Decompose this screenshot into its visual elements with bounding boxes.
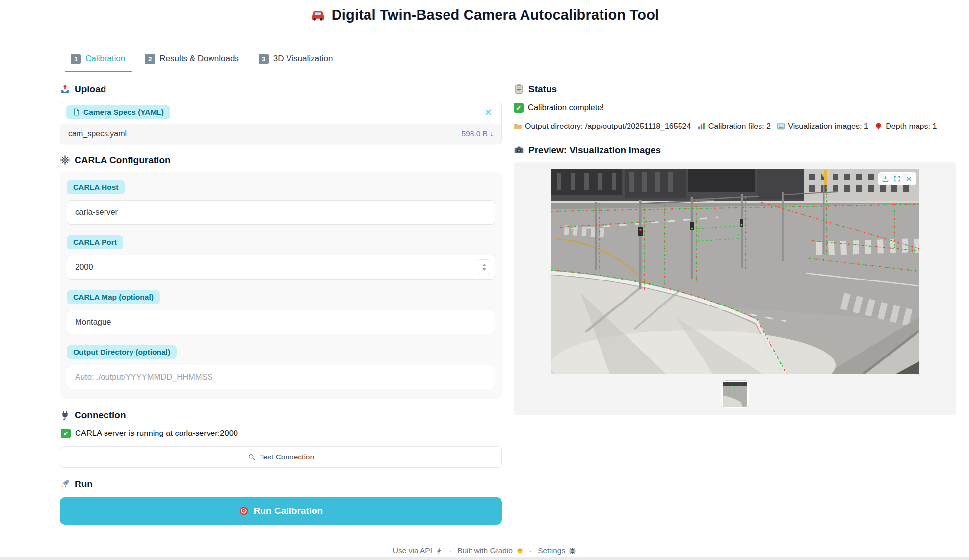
page-title: Digital Twin-Based Camera Autocalibratio… bbox=[310, 7, 659, 23]
tab-number-badge: 2 bbox=[145, 54, 155, 64]
folder-icon bbox=[514, 122, 522, 130]
pin-icon bbox=[874, 122, 883, 130]
uploaded-file-row: cam_specs.yaml 598.0 B ↓ bbox=[60, 124, 501, 144]
use-via-api-link[interactable]: Use via API bbox=[393, 546, 443, 555]
output-directory-input[interactable] bbox=[67, 365, 495, 389]
gradio-logo-icon bbox=[516, 547, 524, 555]
carla-port-field: CARLA Port bbox=[67, 235, 495, 280]
status-message: ✓ Calibration complete! bbox=[514, 103, 956, 113]
status-heading-text: Status bbox=[528, 84, 557, 95]
run-heading: Run bbox=[60, 479, 502, 489]
carla-config-heading-text: CARLA Configuration bbox=[75, 155, 171, 166]
tab-number-badge: 3 bbox=[259, 54, 269, 64]
output-directory-inputwrap bbox=[67, 365, 495, 389]
picture-icon bbox=[777, 122, 785, 130]
file-name: cam_specs.yaml bbox=[68, 129, 127, 138]
camera-icon bbox=[514, 145, 524, 155]
run-calibration-button[interactable]: Run Calibration bbox=[60, 497, 502, 525]
detail-text: Visualization images: 1 bbox=[788, 122, 868, 130]
gear-icon bbox=[60, 155, 70, 165]
image-toolbar bbox=[878, 172, 916, 185]
carla-map-label: CARLA Map (optional) bbox=[67, 290, 160, 304]
clear-file-button[interactable]: × bbox=[481, 106, 496, 118]
gallery-thumbnail[interactable] bbox=[721, 380, 749, 408]
built-with-gradio-link[interactable]: Built with Gradio bbox=[457, 546, 524, 555]
magnifier-icon bbox=[248, 453, 256, 461]
built-with-gradio-label: Built with Gradio bbox=[457, 546, 513, 555]
use-via-api-label: Use via API bbox=[393, 546, 432, 555]
number-stepper[interactable] bbox=[478, 259, 490, 275]
connection-heading: Connection bbox=[60, 410, 502, 421]
output-directory-label: Output Directory (optional) bbox=[67, 345, 177, 359]
fullscreen-icon[interactable] bbox=[892, 174, 902, 184]
upload-heading: Upload bbox=[60, 84, 502, 95]
carla-scene-svg bbox=[551, 169, 919, 374]
main-content: Upload Camera Specs (YAML) × cam_specs.y… bbox=[0, 72, 969, 525]
plug-icon bbox=[60, 410, 70, 420]
carla-host-input[interactable] bbox=[67, 200, 495, 225]
tab-label: Results & Downloads bbox=[159, 54, 239, 64]
preview-heading-text: Preview: Visualization Images bbox=[528, 145, 661, 155]
detail-output-directory: Output directory: /app/output/20251118_1… bbox=[514, 122, 691, 130]
stepper-up-icon[interactable] bbox=[482, 264, 486, 266]
file-upload-component: Camera Specs (YAML) × cam_specs.yaml 598… bbox=[60, 101, 502, 144]
check-icon: ✓ bbox=[514, 103, 524, 113]
settings-link[interactable]: Settings bbox=[538, 546, 576, 555]
file-type-badge: Camera Specs (YAML) bbox=[66, 105, 170, 119]
gallery-panel bbox=[514, 162, 956, 415]
test-connection-button[interactable]: Test Connection bbox=[60, 446, 502, 468]
file-icon bbox=[73, 108, 80, 116]
tab-calibration[interactable]: 1 Calibration bbox=[65, 50, 132, 72]
tab-number-badge: 1 bbox=[71, 54, 81, 64]
tab-label: Calibration bbox=[85, 54, 125, 64]
car-icon bbox=[310, 7, 326, 23]
detail-text: Depth maps: 1 bbox=[886, 122, 937, 130]
carla-host-inputwrap bbox=[67, 200, 495, 225]
bar-chart-icon bbox=[697, 122, 706, 130]
check-icon: ✓ bbox=[61, 429, 71, 438]
connection-status-text: CARLA server is running at carla-server:… bbox=[75, 429, 238, 438]
connection-status: ✓ CARLA server is running at carla-serve… bbox=[61, 429, 502, 438]
detail-visualization-images: Visualization images: 1 bbox=[777, 122, 868, 130]
carla-map-input[interactable] bbox=[67, 310, 495, 334]
carla-map-inputwrap bbox=[67, 310, 495, 334]
visualization-preview-image[interactable] bbox=[551, 169, 919, 374]
tab-3d-visualization[interactable]: 3 3D Visualization bbox=[253, 50, 340, 72]
rocket-icon bbox=[60, 479, 70, 489]
run-heading-text: Run bbox=[75, 479, 93, 489]
file-upload-header: Camera Specs (YAML) × bbox=[60, 101, 501, 124]
clipboard-icon bbox=[514, 84, 524, 94]
detail-calibration-files: Calibration files: 2 bbox=[697, 122, 771, 130]
preview-heading: Preview: Visualization Images bbox=[514, 145, 956, 155]
footer-separator: · bbox=[449, 546, 451, 555]
settings-label: Settings bbox=[538, 546, 565, 555]
carla-port-input[interactable] bbox=[67, 255, 495, 280]
thumbnail-scene-svg bbox=[723, 382, 747, 407]
left-column: Upload Camera Specs (YAML) × cam_specs.y… bbox=[60, 84, 502, 525]
carla-host-label: CARLA Host bbox=[67, 180, 125, 194]
connection-heading-text: Connection bbox=[75, 410, 126, 421]
download-image-icon[interactable] bbox=[880, 174, 890, 184]
tab-bar: 1 Calibration 2 Results & Downloads 3 3D… bbox=[65, 50, 969, 72]
upload-icon bbox=[60, 84, 70, 94]
tab-results-downloads[interactable]: 2 Results & Downloads bbox=[139, 50, 246, 72]
test-connection-label: Test Connection bbox=[260, 453, 314, 461]
carla-config-group: CARLA Host CARLA Port CARLA Map (optiona… bbox=[60, 172, 502, 399]
output-directory-field: Output Directory (optional) bbox=[67, 345, 495, 389]
detail-text: Calibration files: 2 bbox=[708, 122, 771, 130]
tab-label: 3D Visualization bbox=[273, 54, 333, 64]
run-calibration-label: Run Calibration bbox=[254, 506, 323, 516]
bolt-icon bbox=[436, 547, 443, 555]
file-size-download-link[interactable]: 598.0 B ↓ bbox=[462, 129, 494, 138]
page-title-text: Digital Twin-Based Camera Autocalibratio… bbox=[332, 7, 659, 23]
window-bottom-edge bbox=[0, 557, 969, 560]
stepper-down-icon[interactable] bbox=[482, 268, 486, 271]
app-footer: Use via API · Built with Gradio · Settin… bbox=[0, 546, 969, 555]
file-type-label: Camera Specs (YAML) bbox=[83, 108, 164, 117]
detail-depth-maps: Depth maps: 1 bbox=[874, 122, 937, 130]
right-column: Status ✓ Calibration complete! Output di… bbox=[514, 84, 956, 415]
settings-gear-icon bbox=[569, 547, 576, 555]
target-icon bbox=[239, 506, 249, 516]
output-details: Output directory: /app/output/20251118_1… bbox=[514, 119, 956, 134]
close-icon[interactable] bbox=[904, 174, 914, 184]
